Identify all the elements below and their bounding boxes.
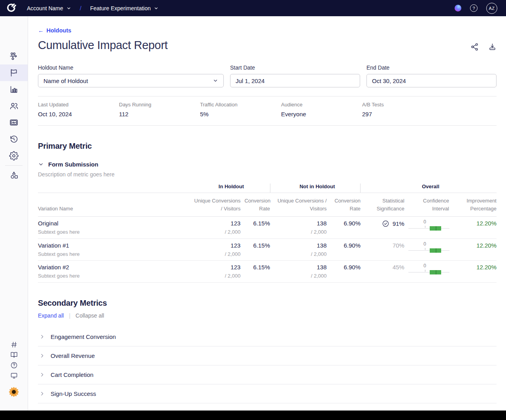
summary-value: Everyone xyxy=(281,111,362,117)
shapes-icon xyxy=(9,170,19,180)
ai-assistant-orb-icon[interactable] xyxy=(455,5,461,11)
sidebar-item-docs[interactable] xyxy=(10,350,18,360)
summary-label: Days Running xyxy=(119,102,200,108)
chevron-right-icon xyxy=(40,353,45,358)
links-divider: | xyxy=(69,312,70,319)
section-sign-up-success[interactable]: Sign-Up Success xyxy=(38,384,497,403)
audiences-icon xyxy=(9,101,19,111)
table-row-original: OriginalSubtext goes here 123/ 2,000 6.1… xyxy=(38,217,497,239)
table-row-variation-2: Variation #2Subtext goes here 123/ 2,000… xyxy=(38,261,497,283)
sidebar-item-desktop[interactable] xyxy=(10,370,18,380)
chevron-down-icon xyxy=(38,161,44,167)
sidebar-item-settings[interactable] xyxy=(0,148,28,164)
sidebar-item-help[interactable] xyxy=(10,360,18,370)
section-engagement-conversion[interactable]: Engagement Conversion xyxy=(38,327,497,346)
group-header-overall: Overall xyxy=(361,184,497,193)
section-cart-completion[interactable]: Cart Completion xyxy=(38,365,497,384)
page-title: Cumulative Impact Report xyxy=(38,39,168,52)
history-icon xyxy=(9,134,19,144)
confidence-interval-chart: 0 xyxy=(408,220,449,233)
docs-book-icon xyxy=(10,351,18,359)
sunflower-avatar[interactable] xyxy=(9,387,19,399)
chevron-right-icon xyxy=(40,372,45,377)
back-to-holdouts-link[interactable]: ← Holdouts xyxy=(38,27,71,34)
summary-label: Traffic Allocation xyxy=(200,102,281,108)
summary-value: 297 xyxy=(362,111,443,117)
significance-value: 91% xyxy=(393,220,404,227)
account-name-label: Account Name xyxy=(27,5,63,11)
help-icon[interactable]: ? xyxy=(470,4,478,12)
sidebar-item-apps[interactable] xyxy=(0,167,28,184)
sidebar-divider xyxy=(5,165,23,166)
end-date-label: End Date xyxy=(366,64,497,71)
chevron-right-icon xyxy=(40,334,45,339)
download-button[interactable] xyxy=(488,43,497,53)
primary-metric-table: In Holdout Not in Holdout Overall Variat… xyxy=(38,184,497,283)
left-sidebar xyxy=(0,16,28,411)
start-date-label: Start Date xyxy=(230,64,360,71)
arrow-left-icon: ← xyxy=(38,27,44,34)
confidence-interval-chart: 0 xyxy=(408,242,449,255)
sidebar-item-history[interactable] xyxy=(0,131,28,148)
significance-value: 45% xyxy=(393,264,404,271)
start-date-input[interactable]: Jul 1, 2024 xyxy=(230,74,360,87)
summary-value: 5% xyxy=(200,111,281,117)
bottom-black-strip xyxy=(0,411,506,420)
sidebar-item-community[interactable] xyxy=(10,339,18,350)
variation-name: Variation #1 xyxy=(38,242,189,249)
primary-metric-toggle[interactable]: Form Submission xyxy=(38,161,497,168)
settings-gear-icon xyxy=(9,151,19,161)
sidebar-item-reports[interactable] xyxy=(0,81,28,98)
product-menu[interactable]: Feature Experimentation xyxy=(90,5,159,11)
group-header-in-holdout: In Holdout xyxy=(189,184,270,193)
confidence-interval-chart: 0 xyxy=(408,264,449,277)
download-icon xyxy=(488,43,497,51)
optimizely-logo[interactable] xyxy=(0,3,22,13)
column-header: Unique Conversions / Visitors xyxy=(189,193,240,217)
flag-icon xyxy=(9,68,19,78)
collapse-all-link[interactable]: Collapse all xyxy=(76,312,104,319)
sidebar-item-flags[interactable] xyxy=(0,64,28,81)
summary-label: Audience xyxy=(281,102,362,108)
experiment-flow-icon xyxy=(9,51,19,61)
table-row-variation-1: Variation #1Subtext goes here 123/ 2,000… xyxy=(38,238,497,261)
chevron-right-icon xyxy=(40,391,45,396)
improvement-value: 12.20% xyxy=(453,242,497,249)
summary-label: A/B Tests xyxy=(362,102,443,108)
top-nav-bar: Account Name / Feature Experimentation ?… xyxy=(0,0,506,16)
hash-icon xyxy=(10,341,18,348)
holdout-summary: Last UpdatedOct 10, 2024 Days Running112… xyxy=(38,96,497,126)
secondary-metrics-list: Engagement Conversion Overall Revenue Ca… xyxy=(38,327,497,411)
share-button[interactable] xyxy=(470,43,479,53)
group-header-not-in-holdout: Not in Holdout xyxy=(270,184,361,193)
help-circle-icon xyxy=(10,361,18,369)
breadcrumb-separator: / xyxy=(80,5,81,11)
expand-all-link[interactable]: Expand all xyxy=(38,312,64,319)
end-date-input[interactable]: Oct 30, 2024 xyxy=(366,74,497,87)
sidebar-item-audiences[interactable] xyxy=(0,98,28,114)
column-header: Unique Conversions / Visitors xyxy=(270,193,327,217)
section-add-to-cart[interactable]: Add to Cart xyxy=(38,403,497,411)
user-avatar[interactable]: AZ xyxy=(486,3,497,14)
chevron-down-icon xyxy=(213,78,218,83)
significance-value: 70% xyxy=(393,242,404,249)
column-header: Conversion Rate xyxy=(240,193,270,217)
section-overall-revenue[interactable]: Overall Revenue xyxy=(38,346,497,365)
variation-name: Original xyxy=(38,220,189,227)
column-header: Statistical Significance xyxy=(361,193,404,217)
improvement-value: 12.20% xyxy=(453,220,497,227)
desktop-icon xyxy=(10,372,18,379)
column-header: Confidence Interval xyxy=(404,193,449,217)
holdout-name-label: Holdout Name xyxy=(38,64,224,71)
sidebar-item-monitoring[interactable] xyxy=(0,114,28,131)
chevron-down-icon xyxy=(154,6,159,11)
main-content: ← Holdouts Cumulative Impact Report Hold… xyxy=(28,16,506,411)
account-name-menu[interactable]: Account Name xyxy=(27,5,71,11)
summary-value: Oct 10, 2024 xyxy=(38,111,119,117)
share-icon xyxy=(470,43,479,51)
sidebar-item-experiment-flow[interactable] xyxy=(0,48,28,64)
bar-chart-icon xyxy=(9,85,19,94)
product-name-label: Feature Experimentation xyxy=(90,5,151,11)
summary-value: 112 xyxy=(119,111,200,117)
holdout-name-select[interactable]: Name of Holdout xyxy=(38,74,224,87)
